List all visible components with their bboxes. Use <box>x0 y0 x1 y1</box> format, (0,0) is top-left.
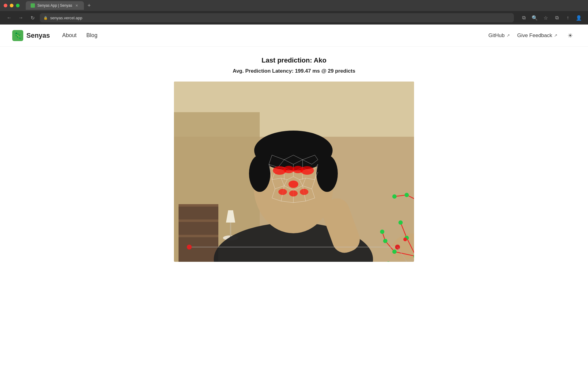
svg-point-72 <box>300 166 314 175</box>
svg-point-109 <box>187 245 192 250</box>
svg-point-75 <box>289 190 298 196</box>
logo-icon: 🦎 <box>12 30 23 41</box>
back-icon: ← <box>7 15 12 21</box>
github-label: GitHub <box>488 32 505 39</box>
nav-links: About Blog <box>62 32 97 39</box>
minimize-dot[interactable] <box>10 4 13 7</box>
profile-button[interactable]: 👤 <box>575 13 583 22</box>
svg-point-99 <box>380 230 384 234</box>
svg-rect-3 <box>179 204 218 262</box>
browser-toolbar: ← → ↻ 🔒 senyas.vercel.app ⧉ 🔍 ☆ ⧉ ↑ 👤 <box>0 11 588 25</box>
address-text: senyas.vercel.app <box>50 16 82 20</box>
address-bar[interactable]: 🔒 senyas.vercel.app <box>40 13 514 22</box>
svg-rect-6 <box>179 235 218 237</box>
back-button[interactable]: ← <box>5 13 13 22</box>
share-button[interactable]: ↑ <box>564 13 572 22</box>
svg-point-96 <box>398 220 403 225</box>
maximize-dot[interactable] <box>16 4 20 7</box>
nav-right: GitHub ↗ Give Feedback ↗ ☀ <box>488 30 576 41</box>
reload-button[interactable]: ↻ <box>28 13 37 22</box>
tab-close-button[interactable]: ✕ <box>75 3 79 8</box>
bookmark-button[interactable]: ☆ <box>541 13 550 22</box>
toolbar-actions: ⧉ 🔍 ☆ ⧉ ↑ 👤 <box>519 13 583 22</box>
zoom-button[interactable]: 🔍 <box>530 13 539 22</box>
feedback-label: Give Feedback <box>517 32 552 39</box>
svg-point-97 <box>392 250 397 254</box>
brand-name: Senyas <box>26 32 50 40</box>
tab-favicon <box>31 3 35 8</box>
svg-point-107 <box>403 238 407 241</box>
svg-point-98 <box>383 239 387 243</box>
svg-rect-5 <box>179 219 218 222</box>
scene-overlay <box>174 82 414 262</box>
svg-rect-4 <box>179 204 218 207</box>
pip-button[interactable]: ⧉ <box>519 13 528 22</box>
github-external-icon: ↗ <box>507 33 510 38</box>
extensions-button[interactable]: ⧉ <box>552 13 561 22</box>
svg-point-14 <box>249 155 270 192</box>
prediction-title: Last prediction: Ako <box>262 56 326 64</box>
camera-feed <box>174 82 414 262</box>
feedback-external-icon: ↗ <box>554 33 557 38</box>
nav-logo[interactable]: 🦎 Senyas <box>12 30 50 41</box>
forward-icon: → <box>18 15 23 21</box>
browser-frame: Senyas App | Senyas ✕ + ← → ↻ 🔒 senyas.v… <box>0 0 588 366</box>
new-tab-button[interactable]: + <box>88 2 91 9</box>
lock-icon: 🔒 <box>43 16 48 20</box>
main-content: Last prediction: Ako Avg. Prediction Lat… <box>0 47 588 274</box>
svg-point-101 <box>392 194 397 199</box>
prediction-latency: Avg. Prediction Latency: 199.47 ms @ 29 … <box>233 68 356 74</box>
svg-point-100 <box>405 193 409 197</box>
browser-tab[interactable]: Senyas App | Senyas ✕ <box>26 1 84 10</box>
github-link[interactable]: GitHub ↗ <box>488 32 510 39</box>
close-dot[interactable] <box>4 4 7 7</box>
theme-toggle-button[interactable]: ☀ <box>565 30 576 41</box>
navbar: 🦎 Senyas About Blog GitHub ↗ Give Feedba… <box>0 25 588 47</box>
svg-point-15 <box>316 155 338 192</box>
about-link[interactable]: About <box>62 32 77 39</box>
tab-title: Senyas App | Senyas <box>37 3 72 8</box>
svg-point-74 <box>278 189 287 195</box>
browser-titlebar: Senyas App | Senyas ✕ + <box>0 0 588 11</box>
reload-icon: ↻ <box>31 15 35 21</box>
feedback-link[interactable]: Give Feedback ↗ <box>517 32 557 39</box>
svg-point-73 <box>288 181 298 188</box>
svg-point-76 <box>300 189 308 195</box>
svg-rect-8 <box>230 223 231 238</box>
blog-link[interactable]: Blog <box>86 32 97 39</box>
app-content: 🦎 Senyas About Blog GitHub ↗ Give Feedba… <box>0 25 588 274</box>
forward-button[interactable]: → <box>17 13 25 22</box>
